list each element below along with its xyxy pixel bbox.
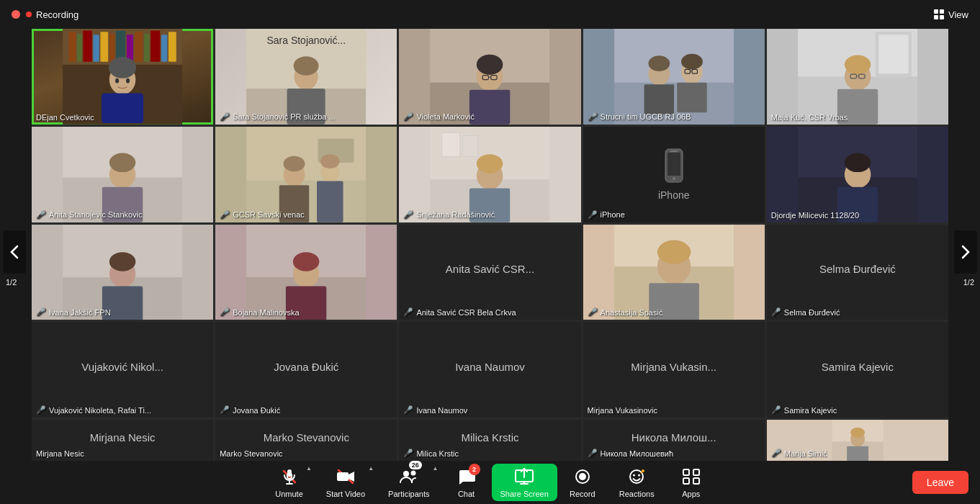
share-screen-button[interactable]: Share Screen (492, 464, 557, 501)
video-cell-16[interactable]: Jovana Đukić 🎤 Jovana Đukić (215, 322, 397, 418)
anita-savic-title: Anita Savić CSR... (446, 263, 534, 275)
unmute-chevron[interactable]: ▲ (306, 465, 312, 472)
recording-dot (26, 12, 32, 17)
participants-label: Participants (388, 490, 429, 498)
mic-off-23: 🎤 (588, 449, 598, 458)
cell-name-9: Djordje Milicevic 1128/20 (771, 211, 859, 220)
apps-label: Apps (682, 490, 700, 498)
ivana-j-bg (32, 225, 213, 320)
svg-rect-7 (77, 34, 82, 62)
nav-prev-button[interactable] (3, 230, 26, 274)
video-cell-7[interactable]: 🎤 Snježana Radašinović (399, 127, 580, 222)
video-cell-18[interactable]: Mirjana Vukasin... Mirjana Vukasinovic (583, 322, 765, 418)
svg-rect-107 (847, 446, 868, 461)
nav-next-button[interactable] (954, 230, 977, 274)
svg-rect-81 (667, 153, 680, 176)
video-cell-2[interactable]: 🎤 Violeta Marković (399, 29, 580, 125)
video-cell-24[interactable]: 🎤 Marija Simić (767, 420, 948, 461)
video-cell-3[interactable]: 🎤 Strucni tim UGCB RJ 06B (583, 29, 765, 125)
video-cell-21[interactable]: Marko Stevanovic Marko Stevanovic (215, 420, 397, 461)
page-indicator-left: 1/2 (6, 278, 17, 287)
apps-grid-icon (682, 468, 701, 485)
cell-label-0: DEjan Cvetkovic (36, 113, 94, 122)
anastasija-bg (583, 225, 765, 320)
svg-rect-114 (337, 472, 349, 481)
video-cell-4[interactable]: Maja Kuć, CSR Vrbas (767, 29, 948, 125)
cell-label-23: 🎤 Никола Милошевић (588, 449, 674, 458)
leave-button[interactable]: Leave (912, 471, 968, 494)
topbar-right[interactable]: View (934, 9, 968, 20)
video-cell-20[interactable]: Mirjana Nesic Mirjana Nesic (32, 420, 213, 461)
svg-point-69 (284, 156, 305, 171)
jovana-title: Jovana Đukić (274, 361, 338, 373)
page-indicator-right: 1/2 (963, 278, 974, 287)
unmute-button[interactable]: ▲ Unmute (264, 462, 315, 503)
selma-content: Selma Đurđević (808, 251, 907, 292)
video-cell-15[interactable]: Vujaković Nikol... 🎤 Vujaković Nikoleta,… (32, 322, 213, 418)
svg-point-45 (681, 54, 703, 70)
cell-label-22: 🎤 Milica Krstic (403, 449, 459, 458)
svg-point-42 (648, 55, 670, 71)
video-cell-19[interactable]: Samira Kajevic 🎤 Samira Kajevic (767, 322, 948, 418)
video-cell-17[interactable]: Ivana Naumov 🎤 Ivana Naumov (399, 322, 580, 418)
share-screen-icon (514, 467, 534, 487)
cell-name-4: Maja Kuć, CSR Vrbas (771, 113, 848, 122)
video-cell-9[interactable]: Djordje Milicevic 1128/20 (767, 127, 948, 222)
reactions-button[interactable]: Reactions (608, 462, 666, 503)
chat-button[interactable]: 2 Chat (441, 462, 492, 503)
cell-label-12: 🎤 Anita Savić CSR Bela Crkva (403, 307, 516, 317)
participants-chevron[interactable]: ▲ (433, 465, 439, 472)
cell-name-14: Selma Đurđević (784, 308, 840, 317)
participants-button[interactable]: ▲ 26 Participants (377, 462, 441, 503)
video-cell-1[interactable]: 🎤 Sara Stojanović PR služba ... Sara Sto… (215, 29, 397, 125)
svg-rect-76 (463, 135, 478, 156)
selma-title: Selma Đurđević (819, 263, 896, 275)
video-cell-0[interactable]: DEjan Cvetkovic (32, 29, 213, 125)
video-cell-12[interactable]: Anita Savić CSR... 🎤 Anita Savić CSR Bel… (399, 225, 580, 320)
video-cell-23[interactable]: Никола Милош... 🎤 Никола Милошевић (583, 420, 765, 461)
mirjana-n-content: Mirjana Nesic (78, 420, 167, 461)
svg-point-22 (115, 78, 119, 84)
apps-button[interactable]: Apps (666, 462, 716, 503)
svg-rect-2 (934, 15, 938, 19)
cell-name-2: Violeta Marković (416, 112, 475, 121)
svg-point-29 (294, 56, 319, 76)
mic-off-16: 🎤 (220, 405, 230, 415)
start-video-button[interactable]: ▲ Start Video (315, 462, 377, 503)
traffic-light-red[interactable] (12, 10, 20, 19)
reactions-label: Reactions (619, 490, 655, 498)
video-cell-22[interactable]: Milica Krstic 🎤 Milica Krstic (399, 420, 580, 461)
cell-name-6: GCSR Savski venac (233, 210, 305, 219)
cell-name-7: Snježana Radašinović (416, 210, 495, 219)
video-cell-5[interactable]: 🎤 Anita Stanojevic Stankovic (32, 127, 213, 222)
iphone-icon (656, 148, 692, 184)
cell-label-16: 🎤 Jovana Đukić (220, 405, 280, 415)
mic-off-17: 🎤 (403, 405, 413, 415)
svg-point-23 (126, 78, 130, 84)
video-cell-14[interactable]: Selma Đurđević 🎤 Selma Đurđević (767, 225, 948, 320)
violeta-bg (399, 29, 580, 125)
mic-off-24: 🎤 (771, 449, 781, 458)
video-cell-11[interactable]: 🎤 Bojana Malinovska (215, 225, 397, 320)
svg-point-116 (410, 471, 415, 476)
toolbar: ▲ Unmute ▲ Start Video ▲ (0, 461, 980, 504)
bojana-bg (215, 225, 397, 320)
unmute-icon (279, 467, 300, 487)
video-cell-8[interactable]: iPhone 🎤 iPhone (583, 127, 765, 222)
svg-rect-44 (677, 83, 706, 112)
cell-label-4: Maja Kuć, CSR Vrbas (771, 113, 848, 122)
svg-point-34 (477, 55, 503, 75)
video-chevron[interactable]: ▲ (368, 465, 374, 472)
share-screen-label: Share Screen (500, 490, 549, 498)
video-cell-10[interactable]: 🎤 Ivana Jakšić FPN (32, 225, 213, 320)
cell-name-5: Anita Stanojevic Stankovic (49, 210, 143, 219)
cell-name-18: Mirjana Vukasinovic (588, 406, 657, 415)
video-cell-6[interactable]: 🎤 GCSR Savski venac (215, 127, 397, 222)
vujakovic-title: Vujaković Nikol... (81, 361, 163, 373)
mic-off-2: 🎤 (403, 112, 413, 122)
cell-name-11: Bojana Malinovska (233, 308, 299, 317)
record-button[interactable]: Record (557, 462, 608, 503)
svg-rect-128 (693, 469, 699, 475)
iphone-content: iPhone (656, 148, 692, 201)
video-cell-13[interactable]: 🎤 Anastasija Spasić (583, 225, 765, 320)
